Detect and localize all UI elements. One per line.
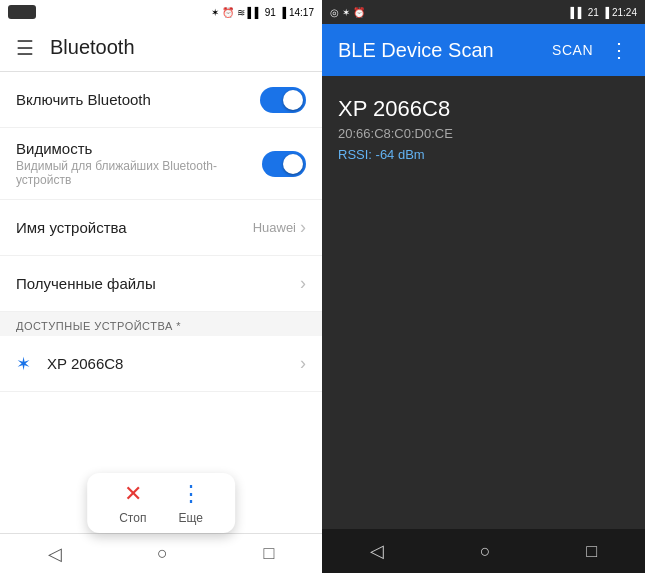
time-left: 14:17 — [289, 7, 314, 18]
device-name-value: Huawei — [253, 220, 296, 235]
visibility-item[interactable]: Видимость Видимый для ближайших Bluetoot… — [0, 128, 322, 200]
ble-device-card: XP 2066C8 20:66:C8:C0:D0:CE RSSI: -64 dB… — [322, 76, 645, 174]
device-xp2066c8-item[interactable]: ✶ XP 2066C8 › — [0, 336, 322, 392]
page-title-right: BLE Device Scan — [338, 39, 494, 62]
more-menu-button[interactable]: ⋮ — [609, 38, 629, 62]
bt-status-icon: ✶ — [211, 7, 219, 18]
battery-icon-left: ▐ — [279, 7, 286, 18]
status-right-side: ✶ ⏰ ≋ ▌▌ 91 ▐ 14:17 — [211, 7, 314, 18]
avatar-left — [8, 5, 36, 19]
signal-icon-right: ▌▌ — [571, 7, 585, 18]
device-xp2066c8-name: XP 2066C8 — [47, 355, 300, 372]
status-bar-right: ◎ ✶ ⏰ ▌▌ 21 ▐ 21:24 — [322, 0, 645, 24]
ble-device-mac: 20:66:C8:C0:D0:CE — [338, 126, 629, 141]
back-button-right[interactable]: ◁ — [370, 540, 384, 562]
received-files-item[interactable]: Полученные файлы › — [0, 256, 322, 312]
bottom-nav-left: ◁ ○ □ — [0, 533, 322, 573]
left-panel: ✶ ⏰ ≋ ▌▌ 91 ▐ 14:17 ☰ Bluetooth Включить… — [0, 0, 322, 573]
toolbar-left: ☰ Bluetooth — [0, 24, 322, 72]
enable-bluetooth-label: Включить Bluetooth — [16, 91, 151, 108]
page-title-left: Bluetooth — [50, 36, 135, 59]
menu-icon[interactable]: ☰ — [16, 36, 34, 60]
device-name-label: Имя устройства — [16, 219, 127, 236]
recent-button-right[interactable]: □ — [586, 541, 597, 562]
received-files-chevron: › — [300, 273, 306, 294]
status-bar-left: ✶ ⏰ ≋ ▌▌ 91 ▐ 14:17 — [0, 0, 322, 24]
home-button-right[interactable]: ○ — [480, 541, 491, 562]
bt-icon-right: ✶ — [342, 7, 350, 18]
battery-icon-right: ▐ — [602, 7, 609, 18]
visibility-label: Видимость Видимый для ближайших Bluetoot… — [16, 140, 262, 187]
enable-bluetooth-item[interactable]: Включить Bluetooth — [0, 72, 322, 128]
visibility-toggle[interactable] — [262, 151, 306, 177]
status-right-right-icons: ▌▌ 21 ▐ 21:24 — [571, 7, 637, 18]
time-right: 21:24 — [612, 7, 637, 18]
status-right-left-icons: ◎ ✶ ⏰ — [330, 7, 365, 18]
recent-button-left[interactable]: □ — [263, 543, 274, 564]
stop-label: Стоп — [119, 511, 146, 525]
alarm-icon-right: ⏰ — [353, 7, 365, 18]
device-xp2066c8-chevron: › — [300, 353, 306, 374]
right-panel: ◎ ✶ ⏰ ▌▌ 21 ▐ 21:24 BLE Device Scan SCAN… — [322, 0, 645, 573]
stop-icon: ✕ — [124, 481, 142, 507]
received-files-label: Полученные файлы — [16, 275, 156, 292]
battery-right: 21 — [588, 7, 599, 18]
toolbar-right: BLE Device Scan SCAN ⋮ — [322, 24, 645, 76]
device-name-item[interactable]: Имя устройства Huawei › — [0, 200, 322, 256]
toolbar-actions: SCAN ⋮ — [552, 38, 629, 62]
home-button-left[interactable]: ○ — [157, 543, 168, 564]
more-dots-icon: ⋮ — [180, 481, 202, 507]
scan-button[interactable]: SCAN — [552, 42, 593, 58]
settings-list: Включить Bluetooth Видимость Видимый для… — [0, 72, 322, 533]
wifi-icon: ≋ — [237, 7, 245, 18]
visibility-sublabel: Видимый для ближайших Bluetooth-устройст… — [16, 159, 262, 187]
stop-button[interactable]: ✕ Стоп — [119, 481, 146, 525]
enable-bluetooth-toggle[interactable] — [260, 87, 306, 113]
available-devices-section-header: ДОСТУПНЫЕ УСТРОЙСТВА * — [0, 312, 322, 336]
bottom-popup: ✕ Стоп ⋮ Еще — [87, 473, 235, 533]
ble-device-rssi[interactable]: RSSI: -64 dBm — [338, 147, 629, 162]
device-name-chevron: › — [300, 217, 306, 238]
more-label: Еще — [178, 511, 202, 525]
bottom-nav-right: ◁ ○ □ — [322, 529, 645, 573]
ble-device-name: XP 2066C8 — [338, 96, 629, 122]
location-icon: ◎ — [330, 7, 339, 18]
more-button[interactable]: ⋮ Еще — [178, 481, 202, 525]
signal-icon: ▌▌ — [248, 7, 262, 18]
battery-level-left: 91 — [265, 7, 276, 18]
alarm-icon: ⏰ — [222, 7, 234, 18]
bluetooth-device-icon: ✶ — [16, 353, 31, 375]
status-left-side — [8, 5, 36, 19]
back-button-left[interactable]: ◁ — [48, 543, 62, 565]
